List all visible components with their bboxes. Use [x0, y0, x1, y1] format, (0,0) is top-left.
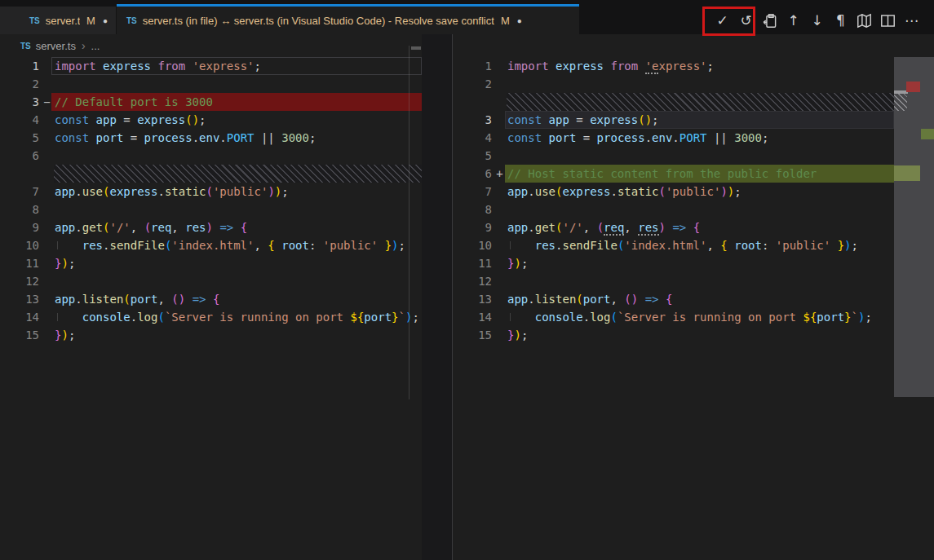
- code-line[interactable]: console.log(`Server is running on port $…: [55, 308, 422, 326]
- line-number[interactable]: 11: [0, 254, 39, 272]
- code-line[interactable]: });: [55, 254, 422, 272]
- diff-editor: 1import express from 'express';23−// Def…: [0, 57, 934, 560]
- diff-sign: [492, 308, 507, 326]
- code-row: 5const port = process.env.PORT || 3000;: [0, 129, 422, 147]
- code-line[interactable]: [55, 75, 422, 93]
- code-row: 8: [453, 201, 894, 218]
- previous-change-icon[interactable]: ↑: [786, 10, 801, 31]
- line-number[interactable]: 7: [453, 183, 492, 201]
- code-line[interactable]: [507, 147, 894, 165]
- line-number[interactable]: 6: [453, 165, 492, 183]
- line-number[interactable]: 9: [0, 218, 39, 236]
- line-number[interactable]: 9: [453, 218, 492, 236]
- line-number[interactable]: 6: [0, 147, 39, 165]
- code-line[interactable]: [507, 201, 894, 218]
- line-number[interactable]: 2: [453, 75, 492, 93]
- next-change-icon[interactable]: ↓: [809, 10, 825, 31]
- line-number[interactable]: 8: [453, 201, 492, 218]
- scrollbar-slider[interactable]: [411, 46, 421, 50]
- code-row: 3−// Default port is 3000: [0, 93, 422, 111]
- code-line[interactable]: const port = process.env.PORT || 3000;: [55, 129, 422, 147]
- code-line[interactable]: app.use(express.static('public'));: [507, 183, 894, 201]
- code-line[interactable]: const app = express();: [505, 111, 894, 129]
- line-number[interactable]: 2: [0, 75, 39, 93]
- code-line[interactable]: import express from 'express';: [51, 57, 422, 75]
- code-line[interactable]: // Host static content from the public f…: [505, 165, 894, 183]
- split-editor-icon[interactable]: [880, 10, 896, 31]
- code-line[interactable]: // Default port is 3000: [51, 93, 422, 111]
- diff-sign: [492, 272, 507, 290]
- modified-dot-icon[interactable]: ●: [103, 16, 108, 25]
- modified-dot-icon[interactable]: ●: [517, 16, 522, 25]
- minimap-hatch: [894, 94, 907, 111]
- code-line[interactable]: app.use(express.static('public'));: [55, 183, 422, 201]
- line-number[interactable]: [453, 93, 492, 111]
- diff-sign: [39, 290, 55, 308]
- line-number[interactable]: 15: [0, 326, 39, 344]
- map-icon[interactable]: [857, 10, 872, 31]
- line-number[interactable]: 7: [0, 183, 39, 201]
- code-row: 2: [453, 75, 894, 93]
- code-line[interactable]: import express from 'express';: [507, 57, 894, 75]
- code-line[interactable]: const port = process.env.PORT || 3000;: [507, 129, 894, 147]
- line-number[interactable]: [0, 165, 39, 183]
- tab-resolve-save-conflict[interactable]: TS server.ts (in file) ↔ server.ts (in V…: [117, 4, 579, 34]
- code-line[interactable]: [55, 272, 422, 290]
- line-number[interactable]: 4: [0, 111, 39, 129]
- code-line[interactable]: app.get('/', (req, res) => {: [55, 218, 422, 236]
- code-line[interactable]: app.listen(port, () => {: [507, 290, 894, 308]
- left-editor-scrollbar[interactable]: [409, 46, 422, 399]
- code-line[interactable]: app.get('/', (req, res) => {: [507, 218, 894, 236]
- line-number[interactable]: 13: [453, 290, 492, 308]
- code-line[interactable]: app.listen(port, () => {: [55, 290, 422, 308]
- code-row: 13app.listen(port, () => {: [453, 290, 894, 308]
- code-row: 9app.get('/', (req, res) => {: [453, 218, 894, 236]
- line-number[interactable]: 1: [453, 57, 492, 75]
- clipboard-icon[interactable]: [762, 10, 777, 31]
- line-number[interactable]: 13: [0, 290, 39, 308]
- line-number[interactable]: 14: [0, 308, 39, 326]
- code-line[interactable]: res.sendFile('index.html', { root: 'publ…: [55, 236, 422, 254]
- code-line[interactable]: [55, 147, 422, 165]
- breadcrumb-file[interactable]: server.ts: [36, 40, 76, 52]
- diff-editor-original[interactable]: 1import express from 'express';23−// Def…: [0, 57, 422, 560]
- line-number[interactable]: 12: [453, 272, 492, 290]
- breadcrumb: TS server.ts › ...: [0, 34, 934, 57]
- diff-sign: [39, 218, 55, 236]
- minimap[interactable]: [894, 57, 934, 397]
- diff-editor-modified[interactable]: 1import express from 'express';23const a…: [453, 57, 934, 560]
- line-number[interactable]: 3: [453, 111, 492, 129]
- code-line[interactable]: });: [507, 254, 894, 272]
- tab-server-ts[interactable]: TS server.ts M ●: [0, 7, 116, 34]
- code-line[interactable]: });: [55, 326, 422, 344]
- code-line[interactable]: [507, 93, 894, 111]
- line-number[interactable]: 3: [0, 93, 39, 111]
- code-line[interactable]: console.log(`Server is running on port $…: [507, 308, 894, 326]
- whitespace-icon[interactable]: ¶: [833, 10, 848, 31]
- code-line[interactable]: const app = express();: [55, 111, 422, 129]
- code-line[interactable]: [54, 165, 422, 183]
- line-number[interactable]: 5: [0, 129, 39, 147]
- code-line[interactable]: [507, 75, 894, 93]
- code-line[interactable]: res.sendFile('index.html', { root: 'publ…: [507, 236, 894, 254]
- line-number[interactable]: 8: [0, 201, 39, 218]
- editor-sash[interactable]: [422, 34, 453, 560]
- code-line[interactable]: [55, 201, 422, 218]
- code-line[interactable]: [507, 272, 894, 290]
- code-row: 6: [0, 147, 422, 165]
- line-number[interactable]: 5: [453, 147, 492, 165]
- line-number[interactable]: 10: [453, 236, 492, 254]
- more-actions-icon[interactable]: ⋯: [904, 10, 919, 31]
- overview-ruler-added-marker: [921, 129, 934, 139]
- diff-sign: [39, 236, 55, 254]
- line-number[interactable]: 15: [453, 326, 492, 344]
- line-number[interactable]: 11: [453, 254, 492, 272]
- line-number[interactable]: 1: [0, 57, 39, 75]
- line-number[interactable]: 12: [0, 272, 39, 290]
- line-number[interactable]: 4: [453, 129, 492, 147]
- annotation-red-box: [702, 7, 755, 36]
- code-line[interactable]: });: [507, 326, 894, 344]
- line-number[interactable]: 14: [453, 308, 492, 326]
- breadcrumb-more[interactable]: ...: [91, 40, 100, 52]
- line-number[interactable]: 10: [0, 236, 39, 254]
